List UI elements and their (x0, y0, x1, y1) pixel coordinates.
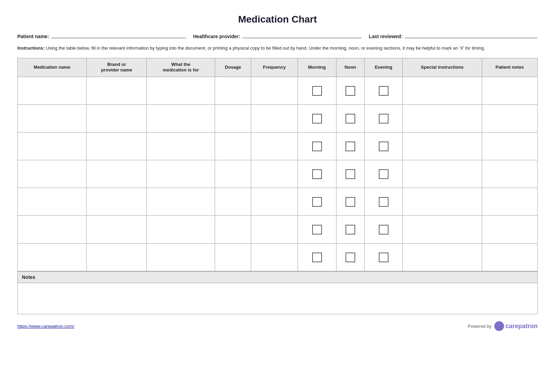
what-for-cell[interactable] (147, 160, 215, 188)
noon-cell[interactable] (336, 105, 365, 133)
noon-cell[interactable] (336, 133, 365, 160)
noon-checkbox[interactable] (345, 169, 355, 179)
special-instructions-cell[interactable] (403, 77, 482, 105)
medication-name-cell[interactable] (18, 216, 87, 244)
morning-checkbox[interactable] (312, 169, 322, 179)
noon-checkbox[interactable] (345, 114, 355, 123)
col-header-medication-name: Medication name (18, 58, 87, 77)
morning-checkbox[interactable] (312, 197, 322, 207)
morning-cell[interactable] (298, 216, 336, 244)
medication-name-cell[interactable] (18, 160, 87, 188)
noon-cell[interactable] (336, 160, 365, 188)
dosage-cell[interactable] (215, 244, 251, 271)
noon-cell[interactable] (336, 244, 365, 271)
special-instructions-cell[interactable] (403, 160, 482, 188)
special-instructions-cell[interactable] (403, 133, 482, 160)
medication-name-cell[interactable] (18, 244, 87, 271)
morning-cell[interactable] (298, 160, 336, 188)
evening-cell[interactable] (365, 160, 403, 188)
brand-name-cell[interactable] (87, 77, 147, 105)
frequency-cell[interactable] (251, 105, 298, 133)
patient-notes-cell[interactable] (482, 133, 537, 160)
special-instructions-cell[interactable] (403, 105, 482, 133)
brand-name-cell[interactable] (87, 216, 147, 244)
evening-cell[interactable] (365, 216, 403, 244)
medication-name-cell[interactable] (18, 188, 87, 216)
evening-checkbox[interactable] (379, 169, 388, 179)
footer-link[interactable]: https://www.carepatron.com/ (17, 324, 74, 329)
evening-cell[interactable] (365, 188, 403, 216)
frequency-cell[interactable] (251, 216, 298, 244)
evening-cell[interactable] (365, 77, 403, 105)
dosage-cell[interactable] (215, 77, 251, 105)
notes-body[interactable] (17, 283, 538, 314)
care-brand-suffix: patron (518, 323, 538, 330)
morning-checkbox[interactable] (312, 114, 322, 123)
frequency-cell[interactable] (251, 244, 298, 271)
noon-cell[interactable] (336, 216, 365, 244)
dosage-cell[interactable] (215, 188, 251, 216)
special-instructions-cell[interactable] (403, 244, 482, 271)
morning-cell[interactable] (298, 77, 336, 105)
frequency-cell[interactable] (251, 160, 298, 188)
patient-notes-cell[interactable] (482, 77, 537, 105)
noon-checkbox[interactable] (345, 225, 355, 235)
noon-cell[interactable] (336, 77, 365, 105)
table-row (18, 244, 538, 271)
brand-name-cell[interactable] (87, 188, 147, 216)
brand-name-cell[interactable] (87, 105, 147, 133)
last-reviewed-line[interactable] (405, 32, 538, 38)
evening-checkbox[interactable] (379, 253, 388, 262)
evening-checkbox[interactable] (379, 86, 388, 96)
dosage-cell[interactable] (215, 133, 251, 160)
patient-notes-cell[interactable] (482, 188, 537, 216)
dosage-cell[interactable] (215, 216, 251, 244)
brand-name-cell[interactable] (87, 244, 147, 271)
frequency-cell[interactable] (251, 188, 298, 216)
patient-notes-cell[interactable] (482, 244, 537, 271)
healthcare-provider-line[interactable] (242, 32, 362, 38)
frequency-cell[interactable] (251, 133, 298, 160)
instructions-block: Instructions: Using the table below, fil… (17, 45, 538, 52)
evening-checkbox[interactable] (379, 225, 388, 235)
what-for-cell[interactable] (147, 77, 215, 105)
patient-name-line[interactable] (51, 32, 186, 38)
brand-name-cell[interactable] (87, 133, 147, 160)
evening-cell[interactable] (365, 133, 403, 160)
evening-cell[interactable] (365, 105, 403, 133)
morning-cell[interactable] (298, 133, 336, 160)
what-for-cell[interactable] (147, 105, 215, 133)
morning-checkbox[interactable] (312, 253, 322, 262)
morning-checkbox[interactable] (312, 142, 322, 151)
what-for-cell[interactable] (147, 216, 215, 244)
noon-checkbox[interactable] (345, 86, 355, 96)
morning-cell[interactable] (298, 244, 336, 271)
dosage-cell[interactable] (215, 105, 251, 133)
noon-checkbox[interactable] (345, 142, 355, 151)
special-instructions-cell[interactable] (403, 188, 482, 216)
morning-checkbox[interactable] (312, 225, 322, 235)
patient-notes-cell[interactable] (482, 160, 537, 188)
morning-cell[interactable] (298, 188, 336, 216)
patient-notes-cell[interactable] (482, 216, 537, 244)
evening-cell[interactable] (365, 244, 403, 271)
dosage-cell[interactable] (215, 160, 251, 188)
morning-cell[interactable] (298, 105, 336, 133)
evening-checkbox[interactable] (379, 142, 388, 151)
morning-checkbox[interactable] (312, 86, 322, 96)
noon-checkbox[interactable] (345, 253, 355, 262)
noon-checkbox[interactable] (345, 197, 355, 207)
special-instructions-cell[interactable] (403, 216, 482, 244)
medication-name-cell[interactable] (18, 77, 87, 105)
medication-name-cell[interactable] (18, 105, 87, 133)
what-for-cell[interactable] (147, 188, 215, 216)
what-for-cell[interactable] (147, 133, 215, 160)
brand-name-cell[interactable] (87, 160, 147, 188)
evening-checkbox[interactable] (379, 114, 388, 123)
evening-checkbox[interactable] (379, 197, 388, 207)
patient-notes-cell[interactable] (482, 105, 537, 133)
frequency-cell[interactable] (251, 77, 298, 105)
noon-cell[interactable] (336, 188, 365, 216)
what-for-cell[interactable] (147, 244, 215, 271)
medication-name-cell[interactable] (18, 133, 87, 160)
